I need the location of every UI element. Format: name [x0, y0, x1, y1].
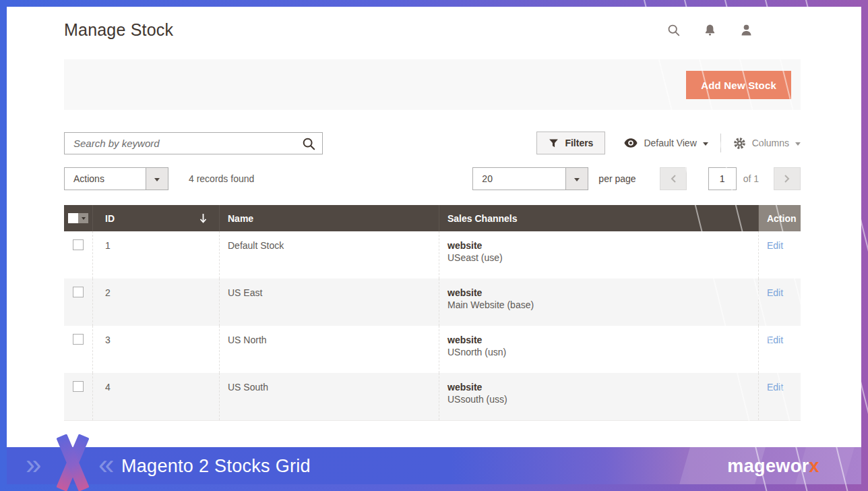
column-header-action-label: Action [767, 213, 797, 224]
sort-descending-icon [199, 213, 207, 223]
cell-channel-type: website [447, 335, 758, 345]
previous-page-button[interactable] [660, 167, 687, 190]
select-all-checkbox[interactable] [68, 213, 78, 223]
gear-icon [733, 137, 746, 150]
current-page-input[interactable] [708, 167, 737, 190]
cell-name: Default Stock [228, 240, 284, 251]
table-row-2: 2 US East website Main Website (base) Ed… [64, 279, 801, 326]
cell-name: US South [228, 382, 268, 393]
column-header-id[interactable]: ID [92, 205, 219, 231]
table-row-1: 1 Default Stock website USeast (use) Edi… [64, 231, 801, 279]
eye-icon [624, 138, 638, 148]
select-all-caret-icon[interactable] [78, 213, 88, 223]
mageworx-logo-x: x [809, 455, 819, 475]
row-checkbox[interactable] [73, 381, 84, 392]
cell-id: 4 [105, 382, 111, 393]
edit-link[interactable]: Edit [767, 240, 783, 251]
grid-view-controls: Filters Default View Colum [536, 132, 801, 154]
divider [720, 134, 721, 152]
column-header-sales-channels[interactable]: Sales Channels [439, 205, 758, 231]
column-header-id-label: ID [105, 213, 115, 224]
per-page-label: per page [598, 173, 636, 184]
actions-dropdown-value: Actions [65, 168, 146, 190]
slide-caption: Magento 2 Stocks Grid [121, 455, 311, 476]
filters-label: Filters [565, 138, 593, 148]
row-checkbox[interactable] [73, 334, 84, 345]
edit-link[interactable]: Edit [767, 335, 783, 345]
search-icon[interactable] [666, 23, 681, 37]
notifications-bell-icon[interactable] [703, 23, 717, 37]
add-new-stock-button[interactable]: Add New Stock [686, 71, 791, 99]
funnel-icon [549, 138, 559, 148]
cell-channel-name: USnorth (usn) [447, 347, 758, 357]
cell-channel-name: USsouth (uss) [447, 394, 758, 405]
cell-name: US North [228, 335, 267, 345]
actions-pagination-row: Actions 4 records found 20 per page of 1 [64, 167, 801, 190]
columns-selector[interactable]: Columns [733, 137, 801, 150]
per-page-value: 20 [473, 168, 565, 190]
select-all-control[interactable] [64, 205, 92, 231]
search-input[interactable] [65, 133, 322, 154]
cell-channel-name: Main Website (base) [447, 299, 758, 310]
pagination-group: 20 per page of 1 [472, 167, 801, 190]
cell-id: 1 [105, 240, 111, 251]
view-label: Default View [644, 138, 696, 148]
per-page-dropdown[interactable]: 20 [472, 167, 588, 190]
cell-id: 3 [105, 335, 111, 345]
search-submit-icon[interactable] [301, 136, 316, 151]
caret-down-icon [565, 168, 588, 190]
chevrons-right-icon [26, 451, 41, 479]
slide-footer: Magento 2 Stocks Grid mageworx [7, 447, 861, 484]
stocks-grid: ID Name Sales Channels Action 1 Default … [64, 205, 801, 421]
grid-header-row: ID Name Sales Channels Action [64, 205, 801, 231]
view-selector[interactable]: Default View [624, 138, 708, 148]
column-header-name-label: Name [228, 213, 253, 224]
cell-channel-type: website [447, 240, 758, 251]
page-title: Manage Stock [64, 20, 173, 40]
cell-name: US East [228, 287, 262, 298]
admin-page: Manage Stock Add New Stock [7, 7, 861, 484]
column-header-name[interactable]: Name [219, 205, 439, 231]
cell-channel-type: website [447, 382, 758, 393]
actions-dropdown[interactable]: Actions [64, 167, 168, 190]
caret-down-icon [146, 168, 168, 190]
page-of-label: of 1 [743, 173, 759, 184]
column-header-channels-label: Sales Channels [447, 213, 518, 224]
edit-link[interactable]: Edit [767, 287, 783, 298]
chevrons-left-icon [98, 451, 114, 479]
column-header-action: Action [758, 205, 801, 231]
table-row-3: 3 US North website USnorth (usn) Edit [64, 326, 801, 373]
next-page-button[interactable] [774, 167, 801, 190]
header-icon-group [666, 23, 753, 37]
chevron-down-icon [795, 142, 801, 146]
grid-controls-row: Filters Default View Colum [64, 132, 801, 154]
account-user-icon[interactable] [739, 23, 753, 37]
slide-frame: Manage Stock Add New Stock [0, 0, 868, 491]
mageworx-logo-text: magewor [727, 455, 809, 475]
mageworx-logo: mageworx [727, 455, 819, 476]
page-actions-band: Add New Stock [64, 59, 801, 110]
records-count: 4 records found [189, 173, 254, 184]
table-row-4: 4 US South website USsouth (uss) Edit [64, 373, 801, 420]
filters-button[interactable]: Filters [536, 132, 605, 154]
chevron-down-icon [703, 142, 708, 146]
main-content: Manage Stock Add New Stock [7, 7, 861, 447]
row-checkbox[interactable] [73, 239, 84, 250]
cell-channel-type: website [447, 287, 758, 298]
edit-link[interactable]: Edit [767, 382, 783, 393]
columns-label: Columns [752, 138, 789, 148]
cell-channel-name: USeast (use) [447, 252, 758, 263]
keyword-search-box [64, 132, 323, 154]
row-checkbox[interactable] [73, 287, 84, 297]
cell-id: 2 [105, 287, 111, 298]
